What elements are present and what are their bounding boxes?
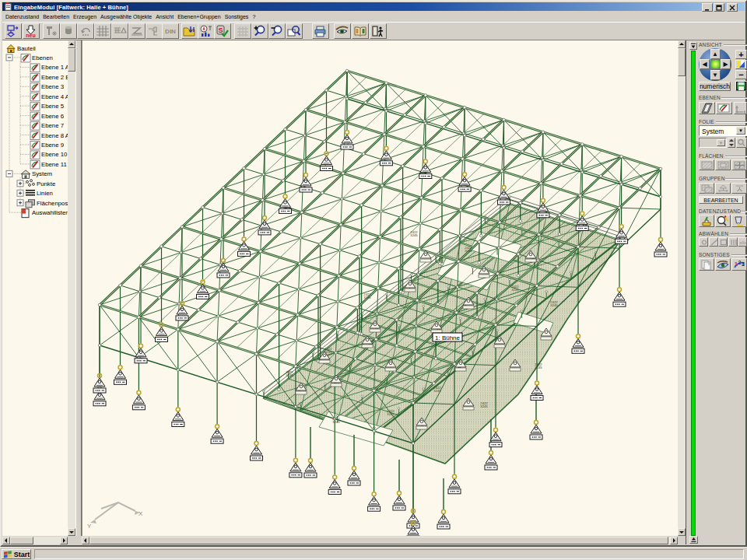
svg-text:Ebene 9: Ebene 9 <box>41 142 64 149</box>
svg-text:Ebene 3: Ebene 3 <box>41 83 64 90</box>
svg-text:3245: 3245 <box>332 420 340 424</box>
svg-text:Bauteil: Bauteil <box>17 45 36 52</box>
svg-text:Punkte: Punkte <box>37 180 55 187</box>
svg-text:Ebene 11: Ebene 11 <box>41 161 67 168</box>
svg-text:1: 1 <box>735 261 738 267</box>
svg-text:Ebene 2 B: Ebene 2 B <box>41 74 68 81</box>
svg-text:3245: 3245 <box>387 412 395 416</box>
svg-text:Ebene 10: Ebene 10 <box>41 151 68 158</box>
svg-text:DIN: DIN <box>165 28 176 35</box>
svg-text:Y: Y <box>87 523 92 530</box>
svg-text:Ebene 5: Ebene 5 <box>41 103 65 110</box>
svg-text:Flächenpos: Flächenpos <box>37 200 68 207</box>
svg-text:1: Bühne: 1: Bühne <box>435 334 461 341</box>
svg-text:3: 3 <box>742 261 745 267</box>
svg-text:Auswahllisten: Auswahllisten <box>32 209 68 216</box>
svg-text:alle: alle <box>740 240 747 245</box>
svg-text:3245: 3245 <box>480 404 488 408</box>
svg-text:3245: 3245 <box>511 288 519 292</box>
svg-text:3245: 3245 <box>550 303 558 307</box>
svg-text:3245: 3245 <box>324 350 332 354</box>
svg-text:neu: neu <box>26 33 35 38</box>
svg-text:Ebene 1 A: Ebene 1 A <box>41 64 68 71</box>
svg-text:Ebene 7: Ebene 7 <box>41 122 64 129</box>
svg-text:3245: 3245 <box>410 233 418 237</box>
svg-text:2: 2 <box>738 260 742 265</box>
svg-text:3245: 3245 <box>363 296 371 299</box>
svg-text:3245: 3245 <box>465 249 472 253</box>
svg-text:System: System <box>32 170 52 177</box>
svg-text:3245: 3245 <box>433 389 441 393</box>
svg-text:Ebene 8 A: Ebene 8 A <box>41 132 68 139</box>
svg-text:Ebene 4 A: Ebene 4 A <box>41 93 68 100</box>
svg-text:Ebene 6: Ebene 6 <box>41 113 64 120</box>
svg-text:3245: 3245 <box>286 373 293 377</box>
svg-text:Linien: Linien <box>37 190 53 197</box>
svg-text:3245: 3245 <box>535 366 542 369</box>
svg-text:X: X <box>139 510 143 517</box>
svg-text:Ebenen: Ebenen <box>32 54 53 61</box>
